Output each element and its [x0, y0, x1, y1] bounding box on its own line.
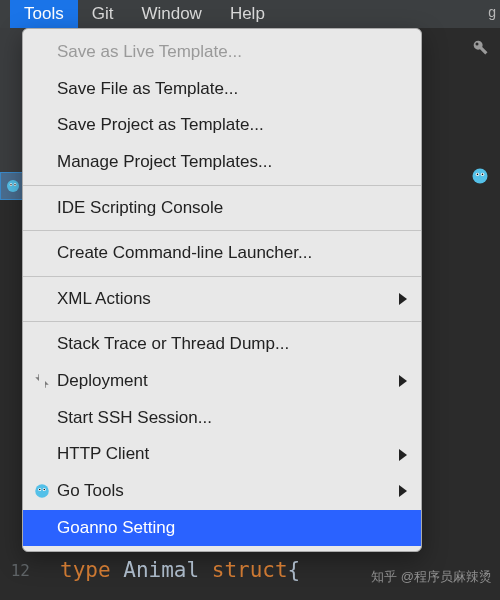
menu-item-save-file-template[interactable]: Save File as Template... — [23, 71, 421, 108]
menu-item-label: Goanno Setting — [57, 516, 175, 541]
menu-item-save-project-template[interactable]: Save Project as Template... — [23, 107, 421, 144]
chevron-right-icon — [399, 293, 407, 305]
chevron-right-icon — [399, 375, 407, 387]
top-right-letter: g — [488, 4, 496, 20]
menu-item-label: Go Tools — [57, 479, 124, 504]
menu-separator — [23, 321, 421, 322]
keyword-type: type — [60, 558, 111, 582]
menu-item-label: Create Command-line Launcher... — [57, 241, 312, 266]
menu-item-ssh-session[interactable]: Start SSH Session... — [23, 400, 421, 437]
deploy-sync-icon — [33, 372, 51, 390]
menu-item-save-live-template[interactable]: Save as Live Template... — [23, 34, 421, 71]
menu-item-label: Manage Project Templates... — [57, 150, 272, 175]
menu-item-stack-trace[interactable]: Stack Trace or Thread Dump... — [23, 326, 421, 363]
menu-separator — [23, 185, 421, 186]
menu-item-label: Save as Live Template... — [57, 40, 242, 65]
svg-point-14 — [44, 489, 46, 491]
watermark-text: 知乎 @程序员麻辣烫 — [371, 568, 492, 586]
right-toolbar — [460, 30, 500, 186]
menu-item-label: IDE Scripting Console — [57, 196, 223, 221]
menu-item-label: Save File as Template... — [57, 77, 238, 102]
menu-item-xml-actions[interactable]: XML Actions — [23, 281, 421, 318]
main-menubar: Tools Git Window Help — [0, 0, 500, 28]
svg-point-13 — [39, 489, 41, 491]
menu-item-label: XML Actions — [57, 287, 151, 312]
chevron-right-icon — [399, 449, 407, 461]
menu-item-http-client[interactable]: HTTP Client — [23, 436, 421, 473]
brace: { — [288, 558, 301, 582]
chevron-right-icon — [399, 485, 407, 497]
svg-point-0 — [7, 180, 19, 192]
menubar-item-help[interactable]: Help — [216, 0, 279, 28]
svg-point-8 — [477, 174, 479, 176]
gopher-icon — [33, 482, 51, 500]
line-number: 12 — [0, 540, 36, 600]
menu-item-cmdline-launcher[interactable]: Create Command-line Launcher... — [23, 235, 421, 272]
svg-point-4 — [14, 184, 15, 185]
menu-item-manage-templates[interactable]: Manage Project Templates... — [23, 144, 421, 181]
menubar-item-window[interactable]: Window — [127, 0, 215, 28]
svg-point-3 — [10, 184, 11, 185]
svg-point-5 — [473, 169, 488, 184]
menu-separator — [23, 276, 421, 277]
gopher-icon[interactable] — [470, 166, 490, 186]
menu-item-label: HTTP Client — [57, 442, 149, 467]
wrench-icon[interactable] — [471, 38, 489, 56]
svg-point-10 — [35, 485, 49, 499]
menu-item-go-tools[interactable]: Go Tools — [23, 473, 421, 510]
menubar-item-tools[interactable]: Tools — [10, 0, 78, 28]
menu-item-label: Save Project as Template... — [57, 113, 264, 138]
menu-item-label: Start SSH Session... — [57, 406, 212, 431]
menu-item-label: Stack Trace or Thread Dump... — [57, 332, 289, 357]
menu-item-ide-scripting[interactable]: IDE Scripting Console — [23, 190, 421, 227]
menu-item-deployment[interactable]: Deployment — [23, 363, 421, 400]
menu-item-label: Deployment — [57, 369, 148, 394]
menubar-item-git[interactable]: Git — [78, 0, 128, 28]
svg-point-9 — [482, 174, 484, 176]
gopher-icon — [5, 178, 21, 194]
tools-dropdown: Save as Live Template... Save File as Te… — [22, 28, 422, 552]
menu-separator — [23, 230, 421, 231]
keyword-struct: struct — [212, 558, 288, 582]
identifier-animal: Animal — [123, 558, 199, 582]
